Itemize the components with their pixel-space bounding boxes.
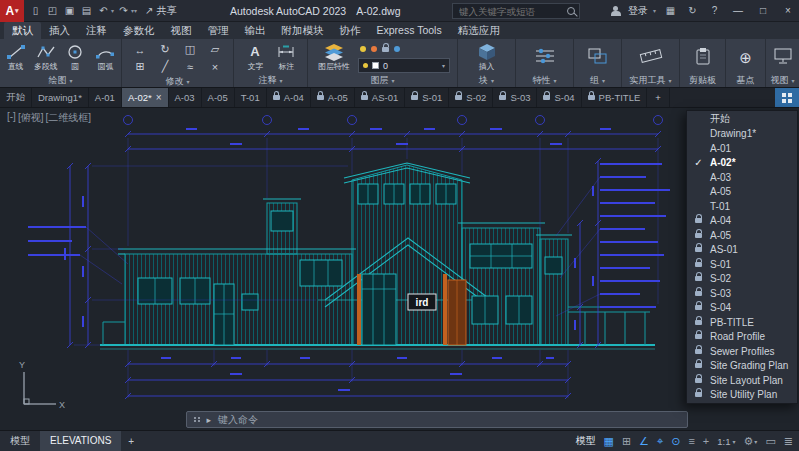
undo-icon[interactable]: ↶: [96, 5, 111, 16]
app-menu-button[interactable]: A ▾: [0, 0, 24, 22]
file-menu-item-locked[interactable]: S-02: [687, 272, 797, 287]
group-icon[interactable]: [587, 47, 609, 69]
fillet-icon[interactable]: ≈: [178, 58, 203, 75]
file-menu-item-locked[interactable]: Site Grading Plan: [687, 359, 797, 374]
bulb-icon[interactable]: [360, 46, 366, 52]
file-menu-item-locked[interactable]: S-01: [687, 257, 797, 272]
sun-icon[interactable]: [371, 46, 377, 52]
command-input-placeholder[interactable]: 键入命令: [218, 413, 258, 427]
panel-label-modify[interactable]: 修改▾: [122, 75, 233, 88]
maximize-button[interactable]: □: [754, 5, 772, 16]
move-icon[interactable]: ↔: [128, 41, 153, 58]
ribbon-tab-annotate[interactable]: 注释: [78, 22, 115, 39]
new-layout-button[interactable]: +: [121, 436, 141, 447]
clipboard-icon[interactable]: [693, 46, 713, 70]
file-menu-item-locked[interactable]: Site Layout Plan: [687, 373, 797, 388]
lineweight-toggle[interactable]: ≡: [688, 435, 694, 447]
panel-label-draw[interactable]: 绘图▾: [0, 74, 121, 87]
panel-label-view[interactable]: 视图▾: [766, 74, 799, 87]
trim-icon[interactable]: ╱: [153, 58, 178, 75]
app-store-icon[interactable]: ▦: [663, 5, 678, 16]
workspace-gear-button[interactable]: ⚙▾: [743, 435, 757, 448]
polyline-tool-button[interactable]: 多段线: [32, 42, 60, 73]
ribbon-tab-output[interactable]: 输出: [237, 22, 274, 39]
insert-block-button[interactable]: 插入: [470, 42, 504, 73]
open-icon[interactable]: ◰: [45, 5, 60, 16]
doc-tab-locked[interactable]: S-02: [449, 88, 493, 107]
mirror-icon[interactable]: ▱: [203, 41, 228, 58]
share-button[interactable]: ↗ 共享: [145, 4, 176, 18]
line-tool-button[interactable]: 直线: [2, 42, 30, 73]
ribbon-tab-express-tools[interactable]: Express Tools: [369, 22, 450, 39]
dimension-tool-button[interactable]: 标注: [272, 42, 301, 73]
ribbon-tab-home[interactable]: 默认: [4, 22, 41, 39]
new-tab-button[interactable]: +: [647, 88, 670, 107]
viewport-minimize-control[interactable]: [-]: [7, 111, 16, 125]
layer-dropdown[interactable]: 0 ▾: [358, 58, 450, 73]
model-space-tab[interactable]: 模型: [0, 431, 40, 451]
panel-label-utilities[interactable]: 实用工具▾: [622, 74, 679, 87]
lock-icon[interactable]: [382, 47, 389, 52]
ribbon-tab-addins[interactable]: 附加模块: [274, 22, 332, 39]
annotation-scale-button[interactable]: 1:1▾: [717, 436, 735, 447]
doc-tab[interactable]: A-05: [202, 88, 235, 107]
polar-tracking-toggle[interactable]: ∠: [639, 435, 649, 448]
doc-tab[interactable]: A-01: [89, 88, 122, 107]
doc-tab-locked[interactable]: A-04: [267, 88, 311, 107]
doc-tab-locked[interactable]: S-01: [405, 88, 449, 107]
customize-button[interactable]: ≣: [784, 435, 793, 448]
doc-tab[interactable]: T-01: [235, 88, 267, 107]
search-box[interactable]: [452, 3, 580, 19]
viewport-view-control[interactable]: [俯视]: [18, 111, 44, 125]
save-icon[interactable]: ▣: [62, 5, 77, 16]
doc-tab-locked[interactable]: A-05: [311, 88, 355, 107]
help-icon[interactable]: ?: [707, 5, 722, 16]
sign-in-button[interactable]: 登录: [628, 4, 648, 18]
array-icon[interactable]: ⊞: [128, 58, 153, 75]
chevron-down-icon[interactable]: ▾: [134, 7, 137, 14]
rotate-icon[interactable]: ↻: [153, 41, 178, 58]
command-line[interactable]: ▸ 键入命令: [186, 411, 688, 428]
drawing-area[interactable]: ird: [0, 108, 799, 430]
doc-tab[interactable]: Drawing1*: [32, 88, 89, 107]
doc-tab-locked[interactable]: S-03: [493, 88, 537, 107]
file-menu-item-locked[interactable]: AS-01: [687, 243, 797, 258]
file-menu-item[interactable]: Drawing1*: [687, 127, 797, 142]
stretch-icon[interactable]: ◫: [178, 41, 203, 58]
panel-label-groups[interactable]: 组▾: [574, 74, 621, 87]
file-menu-item-locked[interactable]: A-05: [687, 228, 797, 243]
file-menu-item-locked[interactable]: S-03: [687, 286, 797, 301]
ribbon-tab-manage[interactable]: 管理: [200, 22, 237, 39]
file-menu-item-locked[interactable]: S-04: [687, 301, 797, 316]
file-menu-item[interactable]: A-01: [687, 141, 797, 156]
freeze-icon[interactable]: [394, 46, 400, 52]
file-menu-item-locked[interactable]: Site Utility Plan: [687, 388, 797, 403]
object-snap-tracking-toggle[interactable]: ⊙: [671, 435, 680, 448]
file-menu-item-locked[interactable]: PB-TITLE: [687, 315, 797, 330]
ribbon-tab-collaborate[interactable]: 协作: [332, 22, 369, 39]
search-icon[interactable]: [567, 7, 575, 15]
arc-tool-button[interactable]: 圆弧: [91, 42, 119, 73]
isolate-objects-button[interactable]: ▭: [765, 435, 775, 448]
model-paper-toggle[interactable]: 模型: [575, 434, 595, 448]
doc-tab-locked[interactable]: PB-TITLE: [582, 88, 648, 107]
snap-toggle[interactable]: ⊞: [622, 435, 631, 448]
panel-label-clipboard[interactable]: 剪贴板: [680, 74, 725, 87]
circle-tool-button[interactable]: 圆: [62, 42, 90, 73]
erase-icon[interactable]: ×: [203, 58, 228, 75]
search-input[interactable]: [457, 5, 563, 18]
object-snap-toggle[interactable]: ⌖: [657, 435, 663, 448]
ribbon-tab-parametric[interactable]: 参数化: [115, 22, 163, 39]
doc-tab[interactable]: A-03: [169, 88, 202, 107]
close-tab-icon[interactable]: ×: [156, 92, 162, 103]
new-drawing-icon[interactable]: ▯: [28, 5, 43, 16]
measure-icon[interactable]: [638, 46, 664, 70]
close-button[interactable]: ×: [779, 5, 797, 16]
grid-toggle[interactable]: ▦: [603, 435, 613, 448]
doc-tab-start[interactable]: 开始: [0, 88, 32, 107]
panel-label-annotation[interactable]: 注释▾: [234, 74, 307, 87]
text-tool-button[interactable]: A 文字: [241, 42, 270, 73]
layout-tab-elevations[interactable]: ELEVATIONS: [40, 431, 121, 451]
view-monitor-icon[interactable]: [773, 47, 793, 69]
file-menu-item-locked[interactable]: Sewer Profiles: [687, 344, 797, 359]
